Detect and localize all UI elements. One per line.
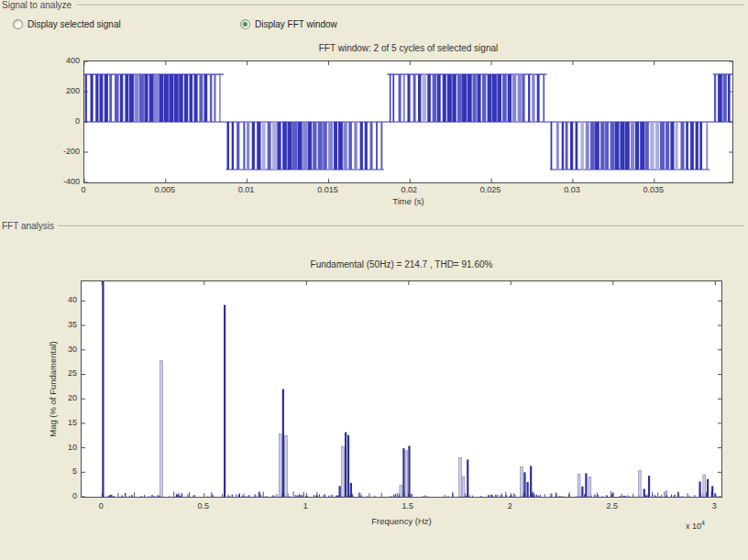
fft-spectrum-plot (81, 280, 722, 498)
tick-label: 0.005 (147, 185, 183, 194)
fft-window-plot (83, 60, 733, 183)
fft-window-plot-title: FFT window: 2 of 5 cycles of selected si… (83, 43, 733, 53)
radio-display-fft-window[interactable]: Display FFT window (240, 19, 337, 29)
tick-label: 200 (52, 86, 80, 95)
tick-label: 0.02 (390, 185, 427, 194)
tick-label: 1 (287, 501, 324, 511)
tick-label: 1.5 (390, 501, 426, 511)
tick-label: 15 (55, 418, 77, 427)
fft-spectrum-title: Fundamental (50Hz) = 214.7 , THD= 91.60% (81, 259, 722, 269)
tick-label: 3 (696, 501, 732, 511)
tick-label: 400 (52, 56, 80, 65)
tick-label: -200 (52, 147, 80, 156)
radio-label: Display FFT window (255, 19, 337, 29)
fft-panel-label: FFT analysis (2, 221, 58, 231)
radio-button-icon[interactable] (240, 19, 250, 29)
tick-label: 10 (55, 443, 77, 452)
tick-label: 25 (55, 368, 77, 378)
tick-label: 0.015 (309, 185, 346, 194)
tick-label: 35 (55, 320, 77, 329)
tick-label: 0.035 (635, 185, 672, 194)
tick-label: 0.01 (228, 185, 265, 194)
tick-label: 20 (55, 393, 77, 402)
signal-panel-separator (77, 5, 744, 5)
tick-label: 0.025 (472, 185, 509, 194)
tick-label: 0 (52, 116, 80, 126)
radio-button-icon[interactable] (13, 19, 23, 29)
tick-label: 0 (65, 185, 102, 194)
tick-label: 0 (55, 491, 77, 500)
tick-label: 0.5 (185, 501, 222, 511)
tick-label: 0 (82, 501, 119, 511)
fft-window-xlabel: Time (s) (83, 196, 733, 206)
tick-label: 30 (55, 345, 77, 354)
tick-label: 2 (491, 501, 528, 511)
tick-label: 40 (55, 295, 77, 304)
fft-window-svg (84, 61, 732, 182)
signal-panel-label: Signal to analyze (2, 0, 75, 10)
fft-spectrum-ylabel: Mag (% of Fundamental) (48, 280, 58, 498)
radio-display-selected-signal[interactable]: Display selected signal (13, 19, 121, 29)
tick-label: 2.5 (594, 501, 631, 511)
x-axis-multiplier: x 104 (686, 520, 705, 531)
tick-label: -400 (52, 177, 80, 186)
fft-panel-separator (53, 225, 744, 226)
tick-label: 0.03 (554, 185, 590, 194)
tick-label: 5 (55, 467, 77, 476)
radio-label: Display selected signal (28, 19, 121, 29)
fft-spectrum-svg (82, 281, 721, 497)
fft-spectrum-xlabel: Frequency (Hz) (81, 516, 722, 526)
